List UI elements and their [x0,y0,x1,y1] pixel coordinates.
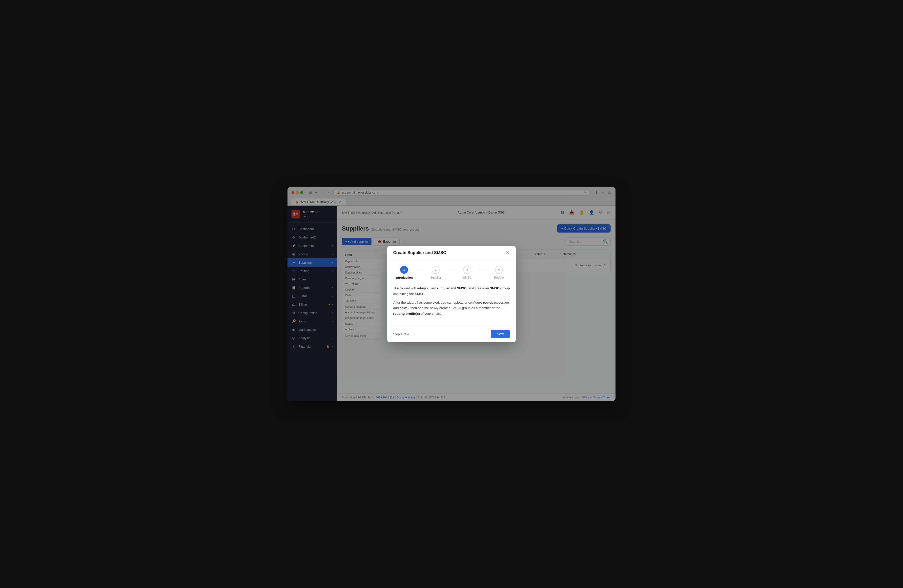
step-circle-3: 3 [463,266,471,274]
step-label-2: Supplier [425,275,447,280]
step-circle-2: 2 [432,266,440,274]
modal-overlay[interactable]: Create Supplier and SMSC ✕ 1 [0,0,903,588]
stepper-circles-row: 1 2 3 [393,266,510,274]
step-info: Step 1 of 4 [393,332,409,336]
create-supplier-modal: Create Supplier and SMSC ✕ 1 [387,246,516,342]
step-label-text: SMSC [463,276,472,279]
next-button[interactable]: Next [491,330,510,338]
modal-close-button[interactable]: ✕ [506,250,510,255]
modal-title: Create Supplier and SMSC [393,250,446,255]
step-connector-3-4 [478,270,488,270]
modal-body: 1 2 3 [387,260,516,326]
step-2: 2 [425,266,447,274]
step-label-4: Review [488,275,510,280]
connector-space-1 [415,275,425,280]
modal-paragraph-1: This wizard will set-up a new supplier a… [393,285,510,297]
modal-content: This wizard will set-up a new supplier a… [393,285,510,317]
stepper-labels-row: Introduction Supplier SMSC Review [393,275,510,280]
step-connector-1-2 [415,270,425,270]
connector-space-3 [478,275,488,280]
step-label-1: Introduction [393,275,415,280]
modal-header: Create Supplier and SMSC ✕ [387,246,516,260]
step-1: 1 [393,266,415,274]
step-4: 4 [488,266,510,274]
step-circle-1: 1 [400,266,408,274]
modal-paragraph-2: After the wizard has completed, you can … [393,300,510,317]
stepper: 1 2 3 [393,266,510,280]
step-label-text: Introduction [395,276,413,279]
step-label-3: SMSC [456,275,478,280]
step-label-text: Review [494,276,503,279]
step-connector-2-3 [447,270,456,270]
modal-footer: Step 1 of 4 Next [387,326,516,342]
step-label-text: Supplier [430,276,441,279]
connector-space-2 [447,275,456,280]
step-circle-4: 4 [495,266,503,274]
step-3: 3 [456,266,478,274]
